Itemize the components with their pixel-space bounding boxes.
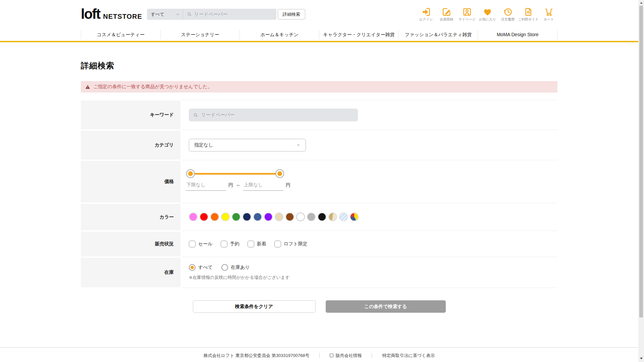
radio-in-stock[interactable]: 在庫あり (221, 264, 250, 271)
chevron-down-icon (296, 143, 301, 147)
checkbox-label: 予約 (230, 241, 239, 247)
header-link-register[interactable]: 会員登録 (438, 7, 455, 22)
nav-item-4[interactable]: ファッション＆バラエティ雑貨 (398, 30, 478, 39)
checkbox-label: ロフト限定 (284, 241, 308, 247)
clear-conditions-button[interactable]: 検索条件をクリア (193, 300, 316, 313)
cart-icon (544, 7, 554, 17)
color-swatch-red[interactable] (200, 213, 208, 221)
header-link-guide[interactable]: ご利用ガイド (520, 7, 537, 22)
color-swatch-pink[interactable] (189, 213, 198, 221)
sales-status-checkboxes: セール予約新着ロフト限定 (189, 241, 557, 247)
radio-circle[interactable] (189, 264, 196, 271)
radio-label: すべて (198, 264, 213, 270)
color-swatch-blue[interactable] (253, 213, 262, 221)
header-link-label: ご利用ガイド (518, 17, 539, 22)
nav-item-1[interactable]: ステーショナリー (160, 30, 240, 39)
checkbox-loft-limited[interactable]: ロフト限定 (274, 241, 308, 247)
header-link-login[interactable]: ログイン (417, 7, 435, 22)
slider-max-handle[interactable] (275, 169, 284, 178)
external-window-icon (330, 354, 333, 357)
slider-track[interactable] (191, 173, 280, 175)
search-category-value: すべて (151, 11, 164, 17)
header-link-favorites[interactable]: お気に入り (479, 7, 496, 22)
nav-item-0[interactable]: コスメ＆ビューティー (81, 30, 160, 39)
category-select-value: 指定なし (194, 142, 213, 148)
search-submit-button[interactable]: この条件で検索する (326, 300, 446, 313)
color-swatch-green[interactable] (232, 213, 240, 221)
price-max-input[interactable]: 上限なし (243, 182, 283, 191)
scrollbar-up-arrow[interactable] (638, 0, 644, 6)
footer: 株式会社ロフト 東京都公安委員会 第303319700768号 販売会社情報 特… (0, 347, 638, 362)
search-category-select[interactable]: すべて (147, 11, 183, 17)
guide-document-icon (524, 7, 533, 17)
stock-radio-group: すべて在庫あり (189, 264, 557, 271)
form-row-price: 価格 下限なし 円 ～ 上限なし 円 (81, 160, 557, 203)
sales-status-label: 販売状況 (81, 232, 180, 256)
logo-brand-text: loft (81, 8, 100, 20)
price-range-slider (186, 169, 284, 178)
warning-icon (85, 84, 90, 89)
footer-link-label: 特定商取引法に基づく表示 (382, 353, 435, 359)
stock-note: ※在庫情報の反映に時間がかかる場合がございます (189, 275, 557, 281)
order-history-icon (503, 7, 513, 17)
header-link-label: 注文履歴 (501, 17, 515, 22)
checkbox-box[interactable] (221, 241, 227, 247)
page: loft NETSTORE すべて リードペーパー 詳細検索 ログイン会員登録マ… (0, 0, 638, 362)
color-swatch-purple[interactable] (264, 213, 273, 221)
form-row-keyword: キーワード リードペーパー (81, 100, 557, 130)
radio-label: 在庫あり (231, 264, 250, 270)
color-swatch-gray[interactable] (307, 213, 316, 221)
radio-circle[interactable] (221, 264, 228, 271)
main-nav: コスメ＆ビューティーステーショナリーホーム＆キッチンキャラクター・クリエイター雑… (0, 28, 638, 42)
keyword-input[interactable]: リードペーパー (189, 109, 358, 121)
checkbox-box[interactable] (189, 241, 196, 247)
search-divider (183, 9, 183, 20)
price-min-input[interactable]: 下限なし (186, 182, 226, 191)
checkbox-box[interactable] (274, 241, 281, 247)
color-swatch-navy[interactable] (243, 213, 251, 221)
keyword-input-value: リードペーパー (201, 112, 234, 118)
header-link-history[interactable]: 注文履歴 (499, 7, 517, 22)
form-row-category: カテゴリ 指定なし (81, 130, 557, 160)
form-row-sales-status: 販売状況 セール予約新着ロフト限定 (81, 231, 557, 257)
nav-item-2[interactable]: ホーム＆キッチン (239, 30, 319, 39)
color-swatch-orange[interactable] (210, 213, 219, 221)
color-swatch-clear[interactable] (339, 213, 348, 221)
color-swatch-black[interactable] (318, 213, 326, 221)
scrollbar-thumb[interactable] (639, 6, 643, 317)
footer-link-legal[interactable]: 特定商取引法に基づく表示 (382, 353, 435, 359)
color-swatch-gold[interactable] (328, 213, 337, 221)
search-icon (187, 12, 192, 17)
nav-item-3[interactable]: キャラクター・クリエイター雑貨 (319, 30, 398, 39)
advanced-search-form: キーワード リードペーパー カテゴリ 指定なし (81, 100, 557, 288)
color-swatch-multicolor[interactable] (350, 213, 359, 221)
checkbox-sale[interactable]: セール (189, 241, 213, 247)
header-link-label: マイページ (459, 17, 476, 22)
scrollbar-down-arrow[interactable] (638, 356, 644, 361)
radio-all[interactable]: すべて (189, 264, 213, 271)
checkbox-box[interactable] (248, 241, 254, 247)
checkbox-new-arrival[interactable]: 新着 (248, 241, 266, 247)
detail-search-button[interactable]: 詳細検索 (278, 9, 305, 19)
header-link-mypage[interactable]: マイページ (458, 7, 476, 22)
footer-link-company-info[interactable]: 販売会社情報 (330, 353, 362, 359)
checkbox-reserve[interactable]: 予約 (221, 241, 239, 247)
header-link-label: カート (544, 17, 554, 22)
form-row-color: カラー (81, 203, 557, 231)
color-swatch-white[interactable] (296, 213, 305, 221)
category-select[interactable]: 指定なし (189, 139, 306, 152)
header-icon-links: ログイン会員登録マイページお気に入り注文履歴ご利用ガイドカート (417, 7, 557, 22)
header-link-cart[interactable]: カート (540, 7, 557, 22)
footer-link-label: 販売会社情報 (335, 353, 362, 359)
color-swatch-brown[interactable] (285, 213, 294, 221)
color-swatch-beige[interactable] (275, 213, 283, 221)
login-icon (421, 7, 431, 17)
header-search-input[interactable]: リードペーパー (194, 11, 227, 17)
loft-logo[interactable]: loft NETSTORE (81, 8, 142, 20)
slider-min-handle[interactable] (186, 169, 195, 178)
color-swatch-yellow[interactable] (221, 213, 230, 221)
checkbox-label: セール (198, 241, 213, 247)
price-unit-max: 円 (286, 182, 290, 188)
scrollbar[interactable] (638, 0, 644, 362)
nav-item-5[interactable]: MoMA Design Store (478, 30, 557, 39)
